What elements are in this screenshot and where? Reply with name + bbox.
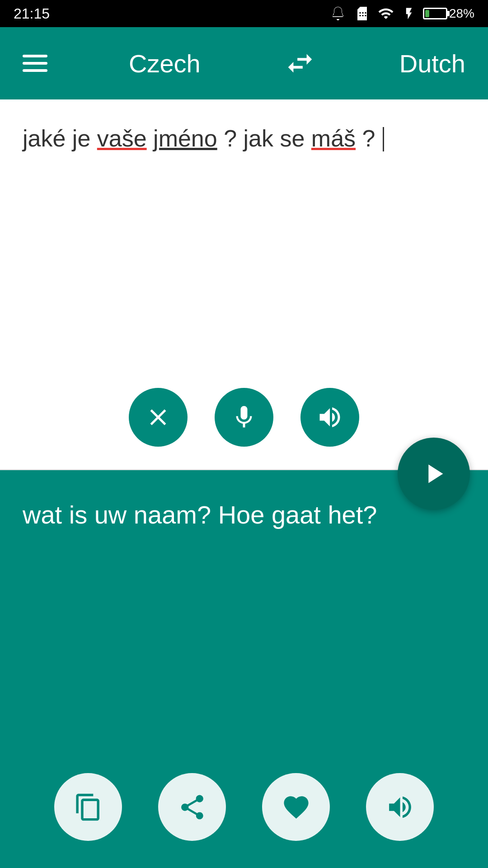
battery-container: 28% [423,6,474,21]
status-time: 21:15 [14,5,50,22]
battery-percent: 28% [449,6,474,21]
input-action-buttons [0,388,488,447]
translate-send-button[interactable] [398,438,470,510]
sim-icon [353,5,370,22]
translated-text: wat is uw naam? Hoe gaat het? [23,497,465,533]
hamburger-line-2 [23,62,47,65]
signal-icon [377,5,395,22]
top-navigation-bar: Czech Dutch [0,27,488,99]
text-cursor [383,127,384,151]
status-bar: 21:15 28% [0,0,488,27]
speak-translation-button[interactable] [366,773,434,841]
hamburger-line-3 [23,69,47,72]
alarm-icon [330,5,346,22]
menu-button[interactable] [23,55,47,72]
translation-action-buttons [0,773,488,841]
share-icon [178,793,207,822]
input-section: jaké je vaše jméno ? jak se máš ? [0,99,488,470]
charging-icon [402,5,416,22]
favorite-button[interactable] [262,773,330,841]
microphone-icon [230,404,258,431]
copy-icon [74,793,103,822]
hamburger-line-1 [23,55,47,57]
share-button[interactable] [158,773,226,841]
swap-languages-button[interactable] [282,47,318,79]
source-language-label[interactable]: Czech [129,49,201,78]
target-language-label[interactable]: Dutch [399,49,465,78]
send-icon [418,458,450,490]
clear-button[interactable] [129,388,188,447]
speaker-icon [316,404,343,431]
clear-icon [145,404,172,431]
speaker-translation-icon [385,793,415,822]
microphone-button[interactable] [215,388,273,447]
source-text-input[interactable]: jaké je vaše jméno ? jak se máš ? [23,122,465,303]
translation-section: wat is uw naam? Hoe gaat het? [0,470,488,868]
speak-source-button[interactable] [300,388,359,447]
heart-icon [282,793,311,822]
copy-button[interactable] [54,773,122,841]
swap-icon [282,47,318,79]
status-icons: 28% [330,5,474,22]
